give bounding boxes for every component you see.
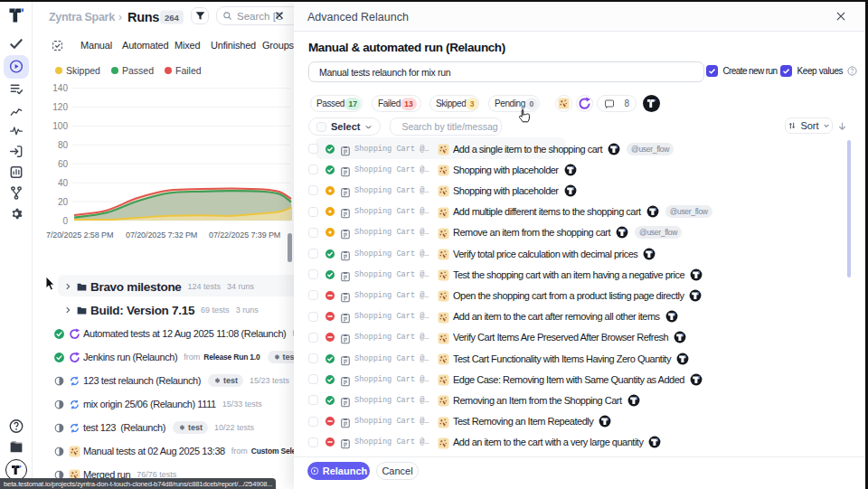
svg-text:140: 140 xyxy=(52,83,68,93)
svg-text:0: 0 xyxy=(62,216,68,226)
svg-text:100: 100 xyxy=(52,121,68,131)
svg-text:120: 120 xyxy=(52,102,68,112)
svg-text:40: 40 xyxy=(58,178,69,188)
svg-text:20: 20 xyxy=(58,197,69,207)
svg-text:7/20/2025 2:58 PM: 7/20/2025 2:58 PM xyxy=(46,230,113,240)
svg-text:80: 80 xyxy=(58,140,69,150)
svg-text:07/20/2025 7:32 PM: 07/20/2025 7:32 PM xyxy=(126,230,197,240)
svg-text:60: 60 xyxy=(58,159,69,169)
svg-text:07/22/2025 7:39 PM: 07/22/2025 7:39 PM xyxy=(209,230,280,240)
